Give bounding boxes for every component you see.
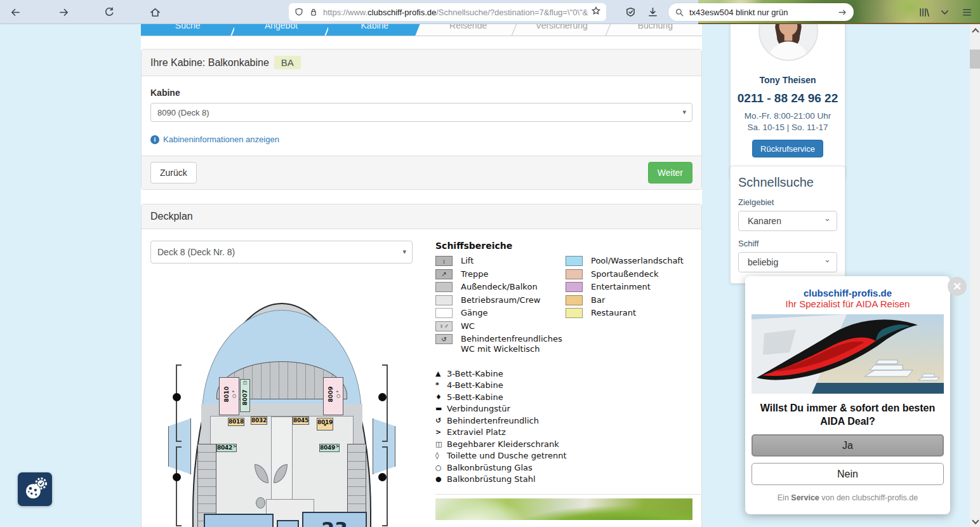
downloads-button[interactable] [645,4,660,20]
legend-swatch: ↺ [435,334,453,344]
cabin-8010[interactable]: 8010 ○ * [219,377,239,415]
scrollbar-thumb[interactable] [970,50,980,69]
cabin-select-label: Kabine [150,88,692,98]
deck-select[interactable]: Deck 8 (Deck Nr. 8) [150,241,413,264]
legend-symbol-glyph: ↺ [435,417,447,425]
back-button[interactable] [8,4,23,20]
main-content: Suche Angebot Kabine Reisende Versicheru… [141,24,702,527]
cookie-settings-button[interactable] [18,472,52,506]
popup-yes-button[interactable]: Ja [752,434,944,457]
legend-item: Sportaußendeck [566,269,702,279]
legend-item: Bar [566,295,702,305]
page-scrollbar[interactable] [970,24,980,527]
legend-divider [435,494,702,495]
star-icon [591,6,601,16]
overflow-chevron-button[interactable] [937,4,952,20]
legend-swatch [566,269,583,279]
callback-button[interactable]: Rückrufservice [752,140,823,157]
legend-symbol-glyph: > [435,428,447,436]
legend-swatch [566,282,583,292]
legend-symbols: ▲ 3-Bett-Kabine * 4-Bett-Kabine ♦ [435,369,702,484]
cabin[interactable]: 8049> [319,444,340,452]
legend-item: Betriebsraum/Crew [435,295,566,305]
forward-button[interactable] [56,4,71,20]
cookie-icon [22,476,48,503]
search-input[interactable]: tx43esw504 blinkt nur grün [689,8,838,17]
legend-symbol-glyph: ▲ [435,370,447,378]
booking-step-tab[interactable]: Kabine [328,24,421,36]
cabin[interactable]: 8045 [293,417,309,425]
legend-symbol-item: > Extraviel Platz [435,427,702,437]
booking-step-tab[interactable]: Angebot [234,24,328,36]
legend-item: Pool/Wasserlandschaft [566,256,702,266]
legend-swatch: ↗ [435,269,453,279]
destination-select[interactable]: Kanaren [738,211,837,231]
search-bar[interactable]: tx43esw504 blinkt nur grün [668,3,854,21]
booking-step-tab[interactable]: Buchung [609,24,702,36]
booking-step-tab[interactable]: Reisende [421,24,515,36]
download-icon [647,6,659,18]
url-text[interactable]: https://www.clubschiff-profis.de/Schnell… [323,8,588,17]
legend-symbol-item: ♦ 5-Bett-Kabine [435,392,702,402]
lock-icon[interactable] [308,7,319,17]
reload-icon [103,6,116,18]
legend-symbol-glyph: * [435,381,447,389]
stairs-icon [256,497,265,509]
steel-railing-dot [173,473,181,481]
cabin[interactable]: 8019* [317,418,333,430]
steel-railing-dot [173,393,181,401]
port-balcony-bracket [176,446,182,526]
cabin[interactable]: 8032 [251,417,267,425]
popup-no-button[interactable]: Nein [752,463,944,485]
url-bar[interactable]: https://www.clubschiff-profis.de/Schnell… [289,3,606,21]
cabin[interactable]: 8018 [228,418,244,426]
legend-item: ♀♂ WC [435,321,566,331]
search-go-arrow-icon[interactable] [838,8,847,17]
reload-button[interactable] [102,4,117,20]
cabin[interactable]: 8042> [216,444,237,452]
protections-button[interactable] [623,4,638,20]
scroll-up-arrow-icon[interactable] [972,28,978,34]
home-icon [149,6,161,18]
cabin-8009[interactable]: 8009 ○ * [323,377,343,415]
legend-item: Restaurant [566,308,702,318]
scroll-down-arrow-icon[interactable] [972,518,978,524]
home-button[interactable] [147,4,162,20]
bow-cabin[interactable]: ◫8007 [240,379,250,412]
popup-brand: clubschiff-profis.de [752,288,944,298]
info-icon [150,135,159,144]
back-step-button[interactable]: Zurück [150,162,197,183]
legend-swatch [566,308,583,318]
cabin-panel-footer: Zurück Weiter [142,156,701,189]
cabin-info-link[interactable]: Kabineninformationen anzeigen [150,135,279,144]
next-step-button[interactable]: Weiter [648,162,692,183]
cabin-panel-header: Ihre Kabine: BalkonkabineBA [142,50,701,76]
legend-item: ↗ Treppe [435,269,566,279]
legend-symbol-item: ▬ Verbindungstür [435,404,702,413]
legend-symbol-glyph: ○ [435,464,447,472]
legend-swatch [566,256,583,266]
port-balcony-bracket [176,364,182,442]
destination-label: Zielgebiet [738,197,837,207]
menu-button[interactable] [959,4,974,20]
legend-symbol-glyph: ▬ [435,404,447,413]
cabin-select[interactable]: 8090 (Deck 8) [150,103,692,122]
legend-title: Schiffsbereiche [435,241,702,251]
legend-zones: Pool/Wasserlandschaft Sportaußendeck [566,256,702,357]
bookmark-star-button[interactable] [591,6,601,18]
search-icon [675,8,684,17]
cabin-panel: Ihre Kabine: BalkonkabineBA Kabine 8090 … [141,49,702,190]
popup-tagline: Ihr Spezialist für AIDA Reisen [752,298,944,309]
starboard-balcony-bracket [382,446,388,526]
popup-close-button[interactable] [948,277,967,296]
booking-step-tab[interactable]: Versicherung [515,24,608,36]
steel-railing-dot [378,393,387,401]
ship-select[interactable]: beliebig [738,252,837,272]
legend-item: ↕ Lift [435,256,566,266]
library-button[interactable] [916,4,931,20]
legend-symbol-glyph: ♦ [435,393,447,401]
tracking-shield-icon[interactable] [294,7,304,17]
legend-swatch [435,282,453,292]
legend-symbol-item: ● Balkonbrüstung Stahl [435,474,702,484]
booking-step-tab[interactable]: Suche [141,24,234,36]
